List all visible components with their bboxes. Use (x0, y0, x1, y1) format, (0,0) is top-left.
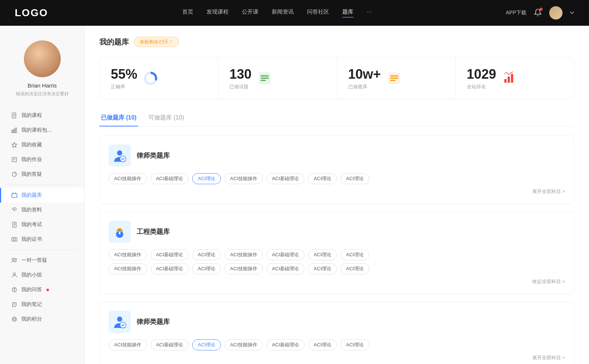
avatar-dropdown-icon[interactable] (570, 11, 574, 15)
app-download-btn[interactable]: APP下载 (506, 10, 526, 16)
bank-tag[interactable]: ACI基础理论 (267, 339, 305, 350)
tab-done-banks[interactable]: 已做题库 (10) (99, 111, 138, 126)
svg-rect-5 (14, 129, 15, 133)
tabs-row: 已做题库 (10) 可做题库 (10) (99, 111, 574, 126)
sidebar-item-exam[interactable]: 我的考试 (0, 217, 84, 232)
bank-tag[interactable]: ACI理论 (192, 263, 221, 274)
trial-badge: 体验剩余23天！ (134, 37, 179, 47)
bank-title-2: 工程类题库 (137, 227, 170, 236)
bank-tag[interactable]: ACI理论 (308, 339, 337, 350)
bank-header-1: 律师类题库 (109, 144, 565, 167)
bank-tag[interactable]: ACI理论 (341, 263, 369, 274)
nav-open-course[interactable]: 公开课 (242, 8, 258, 18)
avatar-image (24, 40, 61, 77)
bank-tags-1: ACI技能操作 ACI基础理论 ACI理论 ACI技能操作 ACI基础理论 AC… (109, 173, 565, 184)
notification-dot (540, 8, 543, 11)
user-avatar[interactable] (549, 6, 562, 19)
stat-accuracy: 55% 正确率 (100, 58, 218, 99)
sidebar-item-my-bank[interactable]: 我的题库 (0, 188, 84, 203)
sidebar-item-qa[interactable]: ? 我的答疑 (0, 167, 84, 182)
svg-rect-35 (261, 80, 266, 81)
sidebar-item-my-qa[interactable]: 我的问答 (0, 282, 84, 297)
bank-tag-highlighted[interactable]: ACI理论 (192, 339, 221, 350)
bank-tag[interactable]: ACI技能操作 (109, 339, 147, 350)
svg-rect-47 (117, 231, 123, 232)
bank-tag[interactable]: ACI技能操作 (225, 173, 263, 184)
list-icon-orange (387, 71, 402, 86)
expand-link-3[interactable]: 展开全部科目 > (532, 355, 565, 360)
header-right: APP下载 (506, 6, 574, 19)
bank-section-3: 律师类题库 ACI技能操作 ACI基础理论 ACI理论 ACI技能操作 ACI基… (99, 301, 574, 364)
cert-icon (11, 236, 18, 243)
stat-label: 已做题库 (348, 83, 381, 90)
sidebar-item-resources[interactable]: 我的资料 (0, 203, 84, 217)
sidebar-label: 我的作业 (21, 156, 42, 163)
bank-section-2: 工程类题库 ACI技能操作 ACI基础理论 ACI理论 ACI技能操作 ACI基… (99, 211, 574, 294)
bank-tag[interactable]: ACI理论 (308, 249, 337, 260)
bank-tag[interactable]: ACI基础理论 (151, 263, 189, 274)
expand-link-1[interactable]: 展开全部科目 > (532, 189, 565, 194)
bank-tag[interactable]: ACI基础理论 (267, 173, 305, 184)
sidebar-item-favorites[interactable]: 我的收藏 (0, 138, 84, 152)
bank-tag-highlighted[interactable]: ACI理论 (192, 173, 221, 184)
bank-tag[interactable]: ACI技能操作 (109, 173, 147, 184)
nav-news[interactable]: 新闻资讯 (272, 8, 294, 18)
svg-point-23 (13, 273, 15, 275)
sidebar-label: 我的问答 (21, 286, 42, 293)
nav-qa[interactable]: 问答社区 (307, 8, 329, 18)
bank-tag[interactable]: ACI基础理论 (151, 339, 189, 350)
sidebar-item-notes[interactable]: 我的笔记 (0, 297, 84, 312)
bank-tag[interactable]: ACI理论 (308, 173, 337, 184)
sidebar-item-group[interactable]: 我的小组 (0, 268, 84, 282)
svg-rect-4 (12, 130, 13, 133)
bank-tag[interactable]: ACI技能操作 (225, 249, 263, 260)
stat-number: 55% (111, 67, 137, 82)
sidebar: Brian Harris 错误的决定比没有决定要好 我的课程 我的课程包... (0, 26, 85, 364)
bank-tag[interactable]: ACI理论 (308, 263, 337, 274)
sidebar-item-points[interactable]: 我的积分 (0, 312, 84, 326)
svg-point-43 (117, 150, 122, 156)
stat-value-accuracy: 55% 正确率 (111, 67, 137, 90)
bank-footer-1: 展开全部科目 > (109, 188, 565, 195)
bank-tag[interactable]: ACI基础理论 (267, 263, 305, 274)
note-icon (11, 301, 18, 308)
bank-tag[interactable]: ACI理论 (192, 249, 221, 260)
bank-tag[interactable]: ACI技能操作 (225, 339, 263, 350)
sidebar-menu: 我的课程 我的课程包... 我的收藏 我的作业 (0, 108, 84, 326)
collapse-link-2[interactable]: 收起全部科目 > (532, 279, 565, 284)
notification-bell[interactable] (534, 8, 542, 18)
bank-tag[interactable]: ACI理论 (341, 339, 369, 350)
svg-point-20 (13, 238, 15, 240)
svg-rect-8 (12, 157, 17, 162)
bank-tag[interactable]: ACI基础理论 (267, 249, 305, 260)
sidebar-label: 我的小组 (21, 272, 42, 278)
bank-tag[interactable]: ACI理论 (341, 249, 369, 260)
svg-rect-37 (390, 75, 398, 76)
sidebar-item-course-pkg[interactable]: 我的课程包... (0, 123, 84, 138)
bank-tag[interactable]: ACI基础理论 (151, 249, 189, 260)
bank-tag[interactable]: ACI技能操作 (109, 263, 147, 274)
list-icon-green (257, 71, 272, 86)
bank-tag[interactable]: ACI技能操作 (225, 263, 263, 274)
sidebar-item-homework[interactable]: 我的作业 (0, 152, 84, 167)
sidebar-item-1on1[interactable]: 一对一答疑 (0, 253, 84, 268)
nav-bank[interactable]: 题库 (342, 8, 353, 18)
nav-home[interactable]: 首页 (182, 8, 193, 18)
pie-chart-icon (143, 71, 158, 86)
sidebar-label: 我的答疑 (21, 171, 42, 178)
svg-point-25 (14, 291, 15, 292)
bank-tag[interactable]: ACI理论 (341, 173, 369, 184)
bank-tag[interactable]: ACI基础理论 (151, 173, 189, 184)
sidebar-item-my-courses[interactable]: 我的课程 (0, 108, 84, 123)
sidebar-label: 我的积分 (21, 316, 42, 322)
nav-more[interactable]: ··· (367, 8, 371, 18)
sidebar-label: 我的笔记 (21, 301, 42, 308)
tab-available-banks[interactable]: 可做题库 (10) (147, 111, 186, 126)
sidebar-item-cert[interactable]: 我的证书 (0, 232, 84, 247)
bank-section-1: 律师类题库 ACI技能操作 ACI基础理论 ACI理论 ACI技能操作 ACI基… (99, 135, 574, 204)
profile-name: Brian Harris (7, 82, 77, 89)
bank-tag[interactable]: ACI技能操作 (109, 249, 147, 260)
nav-discover[interactable]: 发现课程 (207, 8, 229, 18)
sidebar-label: 我的题库 (21, 192, 42, 199)
page-title: 我的题库 (99, 37, 129, 47)
